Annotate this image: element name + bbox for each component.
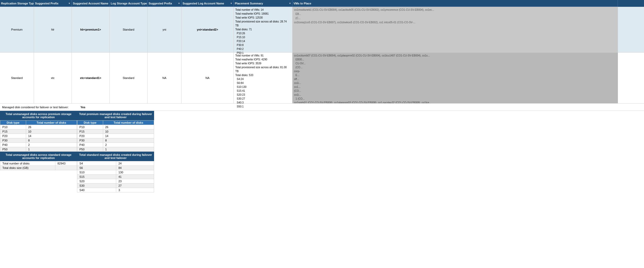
- unmanaged-standard-title: Total unmanaged disks across standard st…: [0, 152, 77, 161]
- cell-account-standard: xtc<standard1>: [72, 53, 110, 103]
- table-row-premium: Premium hlr hlr<premium1> Standard yni y…: [0, 7, 644, 53]
- cell-log-account-standard: NA: [182, 53, 234, 103]
- header-vms[interactable]: VMs to Place: [292, 0, 618, 7]
- list-item: P402: [77, 143, 154, 147]
- header-log-account[interactable]: Suggested Log Account Name ▼: [182, 0, 234, 7]
- table-row-standard: Standard xtc xtc<standard1> Standard NA …: [0, 53, 644, 104]
- managed-premium-table: Disk type Total number of disks P1026P15…: [77, 120, 154, 152]
- header-log-storage[interactable]: Log Storage Account Type ▼: [110, 0, 148, 7]
- list-item: P402: [0, 143, 77, 147]
- left-bottom-section: Total unmanaged disks across premium sto…: [0, 111, 77, 192]
- unmanaged-premium-table: Disk type Total number of disks P1026P15…: [0, 120, 77, 152]
- list-item: P1026: [77, 125, 154, 129]
- managed-disk-label: Managed disk considered for failover or …: [2, 106, 80, 109]
- list-item: S684: [77, 166, 154, 170]
- cell-log-storage-standard: Standard: [110, 53, 148, 103]
- managed-standard-title: Total standard managed disks created dur…: [77, 152, 154, 161]
- unmanaged-premium-title: Total unmanaged disks across premium sto…: [0, 111, 77, 120]
- filter-icon-log-prefix[interactable]: ▼: [178, 2, 180, 5]
- header-account-name[interactable]: Suggested Account Name ▼: [72, 0, 110, 7]
- unmanaged-standard-table: Total number of disks82943Total disks si…: [0, 161, 77, 170]
- col-header-total-up: Total number of disks: [26, 121, 77, 125]
- managed-disk-row: Managed disk considered for failover or …: [0, 104, 644, 111]
- list-item: P2014: [77, 134, 154, 138]
- cell-vms-standard: co1ocitunrb07 (CO1-CU-SV-EB004), co1plao…: [292, 53, 618, 103]
- cell-prefix-premium: hlr: [34, 7, 72, 52]
- spreadsheet: Replication Storage Type ▼ Suggested Pre…: [0, 0, 644, 268]
- list-item: P501: [77, 147, 154, 152]
- col-header-disk-type-up: Disk type: [0, 121, 26, 125]
- list-item: P501: [0, 147, 77, 152]
- col-header-disk-type-mp: Disk type: [77, 121, 103, 125]
- managed-disk-value: Yes: [80, 106, 85, 109]
- list-item: S3027: [77, 184, 154, 188]
- managed-premium-title: Total premium managed disks created duri…: [77, 111, 154, 120]
- list-item: S403: [77, 188, 154, 192]
- header-row: Replication Storage Type ▼ Suggested Pre…: [0, 0, 644, 7]
- right-bottom-section: Total premium managed disks created duri…: [77, 111, 154, 192]
- list-item: S424: [77, 161, 154, 166]
- cell-replication-standard: Standard: [0, 53, 34, 103]
- header-suggested-prefix[interactable]: Suggested Prefix ▼: [34, 0, 72, 7]
- cell-replication-premium: Premium: [0, 7, 34, 52]
- filter-icon-placement[interactable]: ▼: [289, 2, 291, 5]
- cell-prefix-standard: xtc: [34, 53, 72, 103]
- list-item: Total disks size (GB): [0, 166, 77, 170]
- col-header-total-mp: Total number of disks: [103, 121, 154, 125]
- list-item: P1510: [0, 129, 77, 134]
- cell-log-prefix-premium: yni: [148, 7, 182, 52]
- header-placement[interactable]: Placement Summary ▼: [234, 0, 292, 7]
- list-item: P2014: [0, 134, 77, 138]
- cell-log-storage-premium: Standard: [110, 7, 148, 52]
- filter-icon-prefix[interactable]: ▼: [68, 2, 71, 5]
- cell-log-prefix-standard: NA: [148, 53, 182, 103]
- header-log-prefix[interactable]: Suggested Prefix ▼: [148, 0, 182, 7]
- list-item: P308: [77, 138, 154, 143]
- list-item: P308: [0, 138, 77, 143]
- cell-placement-premium: Total number of VMs: 14 Total read/write…: [234, 7, 292, 52]
- list-item: P1026: [0, 125, 77, 129]
- managed-standard-table: S424S684S10130S1541S2023S3027S403: [77, 161, 154, 192]
- header-replication[interactable]: Replication Storage Type ▼: [0, 0, 34, 7]
- cell-vms-premium: co1mssituneb1 (CO1-CU-SV-EB004), co1acit…: [292, 7, 618, 52]
- list-item: S1541: [77, 175, 154, 179]
- list-item: P1510: [77, 129, 154, 134]
- list-item: S2023: [77, 179, 154, 184]
- list-item: S10130: [77, 170, 154, 175]
- cell-log-account-premium: yni<standard2>: [182, 7, 234, 52]
- filter-icon-log-account[interactable]: ▼: [230, 2, 232, 5]
- cell-placement-standard: Total number of VMs: 91 Total read/write…: [234, 53, 292, 103]
- cell-account-premium: hlr<premium1>: [72, 7, 110, 52]
- list-item: Total number of disks82943: [0, 161, 77, 166]
- bottom-tables-section: Total unmanaged disks across premium sto…: [0, 111, 154, 192]
